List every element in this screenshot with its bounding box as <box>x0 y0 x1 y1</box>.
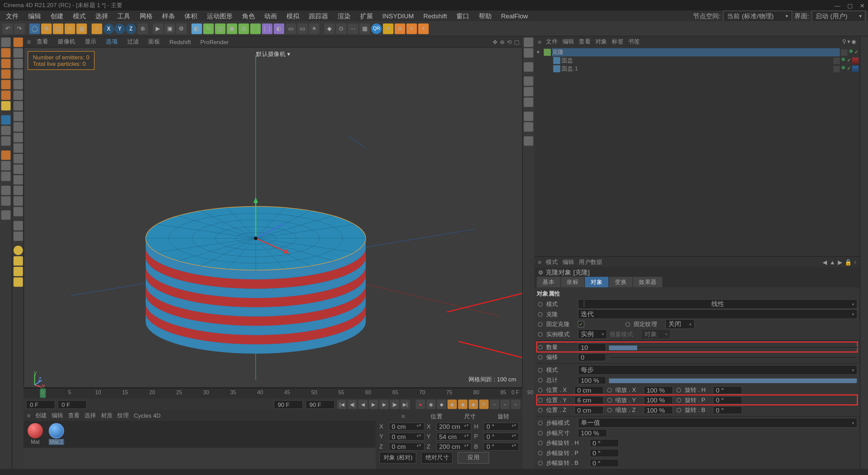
mat-menu-material[interactable]: 材质 <box>101 411 113 419</box>
size-x-field[interactable]: 200 cm▴▾ <box>436 422 472 430</box>
tool-a-icon[interactable]: ◆ <box>324 23 335 34</box>
cloner-icon[interactable]: ⋮⋮ <box>250 23 261 34</box>
object-cloner[interactable]: ▾ 克隆 ✓ <box>536 48 859 56</box>
menu-insydium[interactable]: INSYDIUM <box>379 12 417 19</box>
menu-tools[interactable]: 工具 <box>114 12 134 20</box>
menu-mode[interactable]: 模式 <box>69 12 89 20</box>
scalex-field[interactable]: 100 % <box>644 386 673 394</box>
menu-spline[interactable]: 样条 <box>159 12 179 20</box>
enable-axis-icon[interactable] <box>1 115 11 125</box>
lock-xyz-icon[interactable]: ⊹ <box>92 23 102 34</box>
tool-c-icon[interactable]: ⋯ <box>348 23 358 34</box>
anim-dot-icon[interactable] <box>538 322 543 326</box>
fixtex-dropdown[interactable]: 关闭 <box>665 319 695 329</box>
play-icon[interactable]: ▶ <box>369 400 378 409</box>
vp-nav-zoom-icon[interactable]: ⊕ <box>500 38 505 45</box>
visibility-dot-icon[interactable] <box>842 65 845 69</box>
locked-workplane-icon[interactable] <box>1 161 11 171</box>
goto-start-icon[interactable]: |◀ <box>337 400 347 409</box>
lt2-l-icon[interactable] <box>14 165 23 174</box>
key-rot-icon[interactable]: ◆ <box>469 400 478 409</box>
menu-realflow[interactable]: RealFlow <box>497 12 531 19</box>
axis-y-toggle[interactable]: Y <box>115 23 125 34</box>
tool-d-icon[interactable]: ▦ <box>359 23 370 34</box>
vrs-b-icon[interactable] <box>524 48 533 58</box>
tool-e-icon[interactable]: ✦ <box>383 23 393 34</box>
om-eye-icon[interactable]: ◉ <box>851 39 856 44</box>
lt2-r-icon[interactable] <box>14 231 23 241</box>
clone-dropdown[interactable]: 迭代 <box>578 309 857 319</box>
rotate-icon[interactable]: ⟲ <box>65 23 75 34</box>
pen-icon[interactable]: ✎ <box>203 23 214 34</box>
menu-render[interactable]: 渲染 <box>334 12 354 20</box>
timeline-ruler[interactable]: 0 5 10 15 20 25 30 35 40 45 50 55 60 65 … <box>23 388 522 398</box>
lt2-e-icon[interactable] <box>14 91 23 100</box>
posz-field[interactable]: 0 cm <box>574 406 604 414</box>
scale-icon[interactable]: ◱ <box>53 23 63 34</box>
vp-nav-orbit-icon[interactable]: ⟲ <box>507 38 512 45</box>
menu-help[interactable]: 帮助 <box>475 12 495 20</box>
workplane-icon[interactable] <box>1 150 11 160</box>
object-disc-2[interactable]: 圆盘.1 ✓ <box>536 65 859 73</box>
lt2-k-icon[interactable] <box>14 154 23 164</box>
anim-dot-icon[interactable] <box>538 440 543 445</box>
material-tag-icon[interactable] <box>852 57 859 64</box>
layout-dropdown[interactable]: 启动 (用户) <box>811 10 866 21</box>
minimize-icon[interactable]: — <box>834 2 840 8</box>
menu-tracker[interactable]: 跟踪器 <box>305 12 332 20</box>
cursor-icon[interactable] <box>1 38 11 47</box>
next-key-icon[interactable]: |▶ <box>390 400 399 409</box>
count-field[interactable]: 10 <box>578 343 606 351</box>
lt2-u-icon[interactable] <box>14 267 23 276</box>
anim-dot-icon[interactable] <box>538 345 543 349</box>
lt2-p-icon[interactable] <box>14 207 23 216</box>
viewport-3d[interactable]: 默认摄像机 ▾ Number of emitters: 0 Total live… <box>23 47 522 388</box>
key-param-icon[interactable]: P <box>479 400 489 409</box>
goto-end-icon[interactable]: ▶| <box>400 400 410 409</box>
tool-h-icon[interactable]: ✦ <box>418 23 429 34</box>
menu-create[interactable]: 创建 <box>47 12 67 20</box>
scalez-field[interactable]: 100 % <box>644 406 673 414</box>
pos-y-field[interactable]: 0 cm▴▾ <box>389 432 425 440</box>
mode-dropdown[interactable]: ⋮ 线性 <box>578 299 857 309</box>
vp-menu-prorender[interactable]: ProRender <box>197 38 232 45</box>
roth-field[interactable]: 0 ° <box>713 386 743 394</box>
material-blue[interactable]: Mat.1 <box>47 423 66 445</box>
vrs-h-icon[interactable] <box>524 122 533 132</box>
mat-menu-view[interactable]: 查看 <box>68 411 80 419</box>
render-region-icon[interactable]: ▣ <box>164 23 175 34</box>
lt2-s-icon[interactable] <box>14 246 23 255</box>
materials-panel[interactable]: Mat Mat.1 <box>23 421 376 448</box>
vrs-g-icon[interactable] <box>524 112 533 121</box>
key-pos-icon[interactable]: ◆ <box>448 400 457 409</box>
vrs-a-icon[interactable] <box>524 38 533 47</box>
live-select-icon[interactable]: ◯ <box>29 23 40 34</box>
menu-mograph[interactable]: 运动图形 <box>203 12 236 20</box>
anim-dot-icon[interactable] <box>538 367 543 372</box>
stepmode-dropdown[interactable]: 单一值 <box>578 418 857 428</box>
mat-menu-select[interactable]: 选择 <box>84 411 96 419</box>
am-nav-up-icon[interactable]: ▲ <box>830 259 835 265</box>
rot-p-field[interactable]: 0 °▴▾ <box>484 432 519 440</box>
visibility-dot-icon[interactable] <box>842 57 845 61</box>
anim-dot-icon[interactable] <box>607 398 612 402</box>
am-lock-icon[interactable]: 🔒 <box>845 259 852 265</box>
am-menu-mode[interactable]: 模式 <box>546 258 558 266</box>
om-menu-edit[interactable]: 编辑 <box>563 38 574 46</box>
menu-animate[interactable]: 动画 <box>261 12 281 20</box>
size-mode-dropdown[interactable]: 绝对尺寸 <box>421 452 453 463</box>
layer-tag-icon[interactable] <box>833 65 840 72</box>
lt2-v-icon[interactable] <box>14 278 23 287</box>
coord-mode-dropdown[interactable]: 对象 (相对) <box>379 452 417 463</box>
misc-3-icon[interactable] <box>1 210 11 220</box>
mat-menu-create[interactable]: 创建 <box>35 411 47 419</box>
om-menu-file[interactable]: 文件 <box>546 38 558 46</box>
material-tag-icon[interactable] <box>852 65 859 72</box>
light-icon[interactable]: ☀ <box>309 23 319 34</box>
vp-menu-display[interactable]: 显示 <box>81 38 100 46</box>
pos-x-field[interactable]: 0 cm▴▾ <box>389 422 425 430</box>
anim-dot-icon[interactable] <box>538 420 543 425</box>
object-disc-1[interactable]: 圆盘 ✓ <box>536 56 859 64</box>
enable-check-icon[interactable]: ✓ <box>854 49 859 56</box>
polygon-mode-icon[interactable] <box>1 101 11 111</box>
